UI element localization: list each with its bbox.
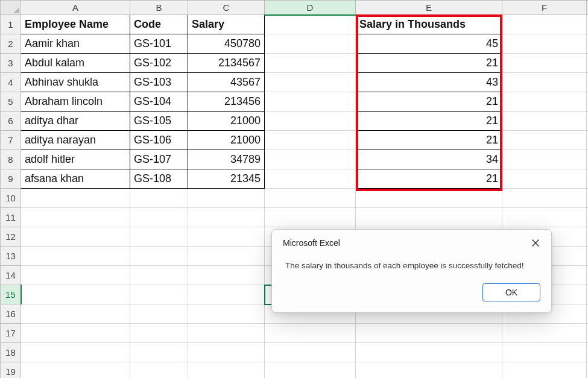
cell-E2[interactable]: 45 — [356, 34, 502, 54]
cell-D2[interactable] — [265, 34, 356, 54]
cell-A4[interactable]: Abhinav shukla — [21, 73, 130, 92]
cell-D7[interactable] — [265, 131, 356, 150]
cell-C6[interactable]: 21000 — [188, 112, 265, 131]
cell-A10[interactable] — [21, 189, 130, 208]
cell-B3[interactable]: GS-102 — [130, 54, 188, 73]
cell-B14[interactable] — [130, 266, 188, 285]
cell-C8[interactable]: 34789 — [188, 150, 265, 169]
row-header-8[interactable]: 8 — [1, 150, 21, 169]
cell-C5[interactable]: 213456 — [188, 92, 265, 112]
row-header-9[interactable]: 9 — [1, 169, 21, 189]
cell-A6[interactable]: aditya dhar — [21, 112, 130, 131]
cell-F18[interactable] — [502, 343, 587, 362]
cell-C14[interactable] — [188, 266, 265, 285]
cell-A14[interactable] — [21, 266, 130, 285]
col-header-B[interactable]: B — [130, 1, 188, 15]
close-icon[interactable] — [528, 236, 543, 250]
cell-C1[interactable]: Salary — [188, 15, 265, 34]
cell-E10[interactable] — [356, 189, 502, 208]
row-header-2[interactable]: 2 — [1, 34, 21, 54]
row-header-5[interactable]: 5 — [1, 92, 21, 112]
cell-C11[interactable] — [188, 208, 265, 227]
cell-D10[interactable] — [265, 189, 356, 208]
cell-A5[interactable]: Abraham lincoln — [21, 92, 130, 112]
cell-F8[interactable] — [502, 150, 587, 169]
cell-B11[interactable] — [130, 208, 188, 227]
cell-E8[interactable]: 34 — [356, 150, 502, 169]
cell-F1[interactable] — [502, 15, 587, 34]
cell-B2[interactable]: GS-101 — [130, 34, 188, 54]
cell-D5[interactable] — [265, 92, 356, 112]
cell-C13[interactable] — [188, 247, 265, 266]
row-header-7[interactable]: 7 — [1, 131, 21, 150]
cell-F7[interactable] — [502, 131, 587, 150]
cell-C19[interactable] — [188, 362, 265, 379]
cell-C2[interactable]: 450780 — [188, 34, 265, 54]
cell-E4[interactable]: 43 — [356, 73, 502, 92]
row-header-14[interactable]: 14 — [1, 266, 21, 285]
cell-A19[interactable] — [21, 362, 130, 379]
cell-A13[interactable] — [21, 247, 130, 266]
cell-B13[interactable] — [130, 247, 188, 266]
row-header-16[interactable]: 16 — [1, 304, 21, 324]
cell-D18[interactable] — [265, 343, 356, 362]
cell-C17[interactable] — [188, 324, 265, 343]
cell-D17[interactable] — [265, 324, 356, 343]
cell-E19[interactable] — [356, 362, 502, 379]
cell-D19[interactable] — [265, 362, 356, 379]
cell-F6[interactable] — [502, 112, 587, 131]
row-header-1[interactable]: 1 — [1, 15, 21, 34]
cell-E3[interactable]: 21 — [356, 54, 502, 73]
cell-A2[interactable]: Aamir khan — [21, 34, 130, 54]
cell-B4[interactable]: GS-103 — [130, 73, 188, 92]
row-header-13[interactable]: 13 — [1, 247, 21, 266]
cell-B8[interactable]: GS-107 — [130, 150, 188, 169]
row-header-10[interactable]: 10 — [1, 189, 21, 208]
cell-D1[interactable] — [265, 15, 356, 34]
row-header-18[interactable]: 18 — [1, 343, 21, 362]
cell-B7[interactable]: GS-106 — [130, 131, 188, 150]
cell-F10[interactable] — [502, 189, 587, 208]
cell-E17[interactable] — [356, 324, 502, 343]
col-header-C[interactable]: C — [188, 1, 265, 15]
cell-F2[interactable] — [502, 34, 587, 54]
cell-E7[interactable]: 21 — [356, 131, 502, 150]
cell-D4[interactable] — [265, 73, 356, 92]
cell-D3[interactable] — [265, 54, 356, 73]
cell-F5[interactable] — [502, 92, 587, 112]
cell-E9[interactable]: 21 — [356, 169, 502, 189]
spreadsheet[interactable]: A B C D E F G 1Employee NameCodeSalarySa… — [0, 0, 588, 378]
cell-B18[interactable] — [130, 343, 188, 362]
col-header-D[interactable]: D — [265, 1, 356, 15]
row-header-3[interactable]: 3 — [1, 54, 21, 73]
cell-A17[interactable] — [21, 324, 130, 343]
cell-F11[interactable] — [502, 208, 587, 227]
cell-B12[interactable] — [130, 227, 188, 247]
cell-B16[interactable] — [130, 304, 188, 324]
cell-C9[interactable]: 21345 — [188, 169, 265, 189]
cell-A18[interactable] — [21, 343, 130, 362]
cell-B1[interactable]: Code — [130, 15, 188, 34]
grid[interactable]: A B C D E F G 1Employee NameCodeSalarySa… — [0, 0, 588, 378]
row-header-11[interactable]: 11 — [1, 208, 21, 227]
cell-D9[interactable] — [265, 169, 356, 189]
cell-A16[interactable] — [21, 304, 130, 324]
cell-A1[interactable]: Employee Name — [21, 15, 130, 34]
cell-A11[interactable] — [21, 208, 130, 227]
cell-D8[interactable] — [265, 150, 356, 169]
cell-E5[interactable]: 21 — [356, 92, 502, 112]
cell-F17[interactable] — [502, 324, 587, 343]
cell-C16[interactable] — [188, 304, 265, 324]
col-header-F[interactable]: F — [502, 1, 587, 15]
cell-E6[interactable]: 21 — [356, 112, 502, 131]
ok-button[interactable]: OK — [482, 283, 540, 301]
cell-E1[interactable]: Salary in Thousands — [356, 15, 502, 34]
cell-C12[interactable] — [188, 227, 265, 247]
cell-E18[interactable] — [356, 343, 502, 362]
cell-B10[interactable] — [130, 189, 188, 208]
cell-C4[interactable]: 43567 — [188, 73, 265, 92]
cell-B5[interactable]: GS-104 — [130, 92, 188, 112]
col-header-A[interactable]: A — [21, 1, 130, 15]
cell-C3[interactable]: 2134567 — [188, 54, 265, 73]
cell-A3[interactable]: Abdul kalam — [21, 54, 130, 73]
